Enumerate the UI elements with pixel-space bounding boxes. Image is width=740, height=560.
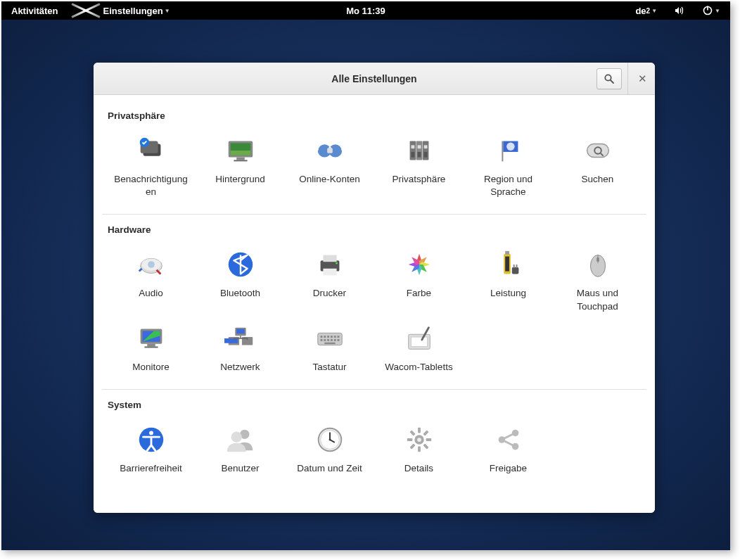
close-button[interactable]: ✕ (634, 70, 651, 87)
svg-rect-19 (417, 145, 421, 148)
svg-rect-35 (323, 255, 336, 262)
svg-rect-60 (327, 336, 329, 338)
audio-icon (134, 248, 168, 281)
search-icon (604, 73, 615, 84)
item-mouse[interactable]: Maus und Touchpad (553, 245, 642, 315)
item-notifications[interactable]: Benachrichtigungen (106, 131, 196, 201)
item-online-accounts[interactable]: Online-Konten (285, 131, 374, 201)
search-button[interactable] (597, 68, 622, 89)
item-label: Online-Konten (299, 173, 359, 186)
chevron-down-icon: ▼ (651, 8, 657, 14)
item-label: Tastatur (312, 361, 346, 374)
svg-rect-43 (516, 265, 517, 268)
power-icon (492, 248, 525, 281)
item-power[interactable]: Leistung (464, 245, 553, 315)
network-icon (224, 322, 257, 355)
item-search[interactable]: Suchen (553, 131, 642, 201)
item-datetime[interactable]: Datum und Zeit (285, 420, 374, 478)
svg-point-37 (336, 262, 338, 265)
item-label: Drucker (313, 287, 346, 300)
keyboard-layout-label: de (635, 6, 646, 16)
svg-rect-62 (333, 336, 336, 338)
item-printer[interactable]: Drucker (285, 245, 374, 315)
keyboard-layout-button[interactable]: de2 ▼ (631, 6, 661, 16)
svg-line-3 (611, 80, 613, 83)
privacy-icon (402, 134, 436, 167)
details-icon (402, 423, 436, 457)
svg-rect-49 (147, 344, 155, 347)
app-menu-label: Einstellungen (103, 6, 162, 16)
item-label: Maus und Touchpad (559, 287, 637, 312)
app-menu-button[interactable]: Einstellungen ▼ (98, 6, 174, 16)
keyboard-layout-index: 2 (646, 7, 651, 15)
section-title-hardware: Hardware (106, 215, 642, 239)
svg-rect-54 (224, 338, 233, 343)
item-label: Barrierefreiheit (120, 462, 182, 475)
item-label: Suchen (582, 173, 614, 186)
item-color[interactable]: Farbe (374, 245, 464, 315)
item-displays[interactable]: Monitore (106, 319, 196, 376)
datetime-icon (313, 423, 347, 457)
chevron-down-icon: ▼ (165, 8, 170, 14)
svg-rect-9 (230, 151, 250, 155)
clock-button[interactable]: Mo 11:39 (342, 6, 390, 16)
item-accessibility[interactable]: Barrierefreiheit (106, 420, 196, 478)
item-background[interactable]: Hintergrund (196, 131, 285, 201)
svg-line-90 (504, 441, 513, 445)
svg-rect-46 (597, 257, 599, 262)
svg-point-26 (506, 143, 515, 151)
hardware-grid: Audio Bluetooth Drucker (106, 239, 642, 389)
system-grid: Barrierefreiheit Benutzer Datum und Zeit (106, 414, 642, 483)
power-menu-button[interactable]: ▼ (698, 5, 725, 16)
svg-rect-59 (324, 336, 326, 338)
item-label: Netzwerk (220, 361, 260, 374)
item-privacy[interactable]: Privatsphäre (374, 131, 464, 201)
svg-point-82 (328, 439, 331, 441)
svg-rect-63 (337, 336, 339, 338)
keyboard-icon (313, 322, 347, 355)
svg-point-88 (511, 443, 518, 450)
svg-rect-14 (327, 148, 333, 153)
item-keyboard[interactable]: Tastatur (285, 319, 374, 376)
section-title-personal: Privatsphäre (106, 101, 642, 125)
chevron-down-icon: ▼ (715, 8, 720, 14)
svg-rect-41 (511, 267, 518, 274)
bluetooth-icon (224, 248, 257, 281)
printer-icon (313, 248, 347, 281)
item-label: Details (404, 462, 433, 475)
item-label: Region und Sprache (470, 173, 547, 198)
volume-button[interactable] (670, 5, 689, 16)
item-label: Audio (139, 287, 163, 300)
svg-rect-27 (587, 144, 608, 157)
item-network[interactable]: Netzwerk (196, 319, 285, 376)
item-region-language[interactable]: Region und Sprache (464, 131, 553, 201)
wacom-icon (402, 322, 436, 355)
item-bluetooth[interactable]: Bluetooth (196, 245, 285, 315)
svg-rect-50 (144, 346, 158, 348)
item-label: Leistung (490, 287, 526, 300)
settings-content: Privatsphäre Benachrichtigungen Hintergr… (94, 95, 655, 513)
item-label: Privatsphäre (393, 173, 446, 186)
svg-point-77 (231, 432, 241, 443)
svg-rect-18 (411, 145, 414, 148)
window-titlebar: Alle Einstellungen ✕ (94, 63, 655, 95)
svg-point-85 (417, 438, 421, 442)
svg-rect-23 (423, 152, 427, 158)
item-users[interactable]: Benutzer (196, 420, 285, 478)
item-audio[interactable]: Audio (106, 245, 196, 315)
item-label: Benachrichtigungen (113, 173, 190, 198)
svg-rect-36 (323, 269, 336, 276)
svg-rect-84 (418, 428, 421, 433)
svg-point-87 (511, 430, 518, 437)
item-details[interactable]: Details (374, 420, 464, 478)
svg-rect-72 (411, 337, 427, 346)
clock-label: Mo 11:39 (346, 6, 385, 16)
activities-button[interactable]: Aktivitäten (7, 6, 62, 16)
accessibility-icon (134, 423, 168, 457)
users-icon (224, 423, 257, 457)
svg-rect-66 (327, 339, 329, 341)
item-wacom[interactable]: Wacom-Tabletts (374, 319, 464, 376)
item-label: Datum und Zeit (297, 462, 362, 475)
svg-rect-22 (417, 152, 421, 158)
item-sharing[interactable]: Freigabe (464, 420, 553, 478)
